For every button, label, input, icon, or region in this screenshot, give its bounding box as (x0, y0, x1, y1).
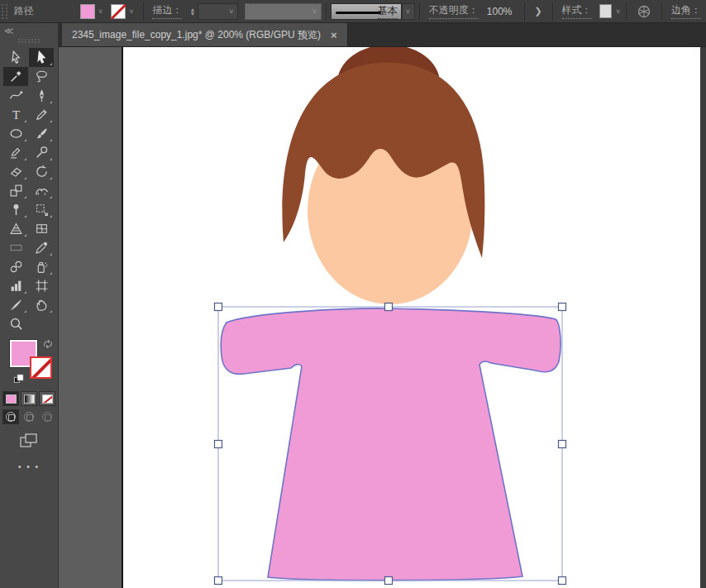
figure-dress-selected[interactable] (221, 308, 561, 581)
style-label[interactable]: 样式： (562, 3, 592, 19)
collapse-panel-button[interactable]: ≪ (0, 23, 58, 36)
magic-wand-tool[interactable] (3, 67, 28, 86)
direct-selection-tool[interactable] (29, 48, 54, 67)
tools-panel: ≪ T (0, 23, 59, 588)
drawing-mode-row (0, 409, 58, 424)
document-tab[interactable]: 2345_image_file_copy_1.jpg* @ 200% (RGB/… (62, 23, 348, 46)
pencil-tool[interactable] (29, 105, 54, 124)
draw-behind-button[interactable] (21, 409, 37, 424)
perspective-grid-tool[interactable] (3, 219, 28, 238)
ellipse-tool[interactable] (3, 124, 28, 143)
chevron-down-icon: ˅ (404, 7, 412, 16)
chevron-down-icon[interactable]: ˅ (97, 7, 104, 16)
panel-grip-icon[interactable] (18, 39, 40, 43)
close-tab-icon[interactable]: × (329, 29, 339, 41)
style-swatch-icon[interactable] (599, 4, 612, 18)
brush-stroke-preview-icon (336, 12, 381, 14)
recolor-artwork-icon[interactable] (637, 4, 651, 19)
handle-bottom-right[interactable] (559, 577, 566, 585)
symbol-sprayer-tool[interactable] (29, 257, 54, 276)
chevron-down-icon[interactable]: ˅ (127, 7, 135, 16)
draw-normal-button[interactable] (2, 409, 19, 424)
change-screen-mode-button[interactable] (19, 433, 39, 449)
paintbrush-tool[interactable] (29, 124, 54, 143)
column-graph-tool[interactable] (3, 276, 28, 295)
default-fill-stroke-icon[interactable] (13, 373, 25, 385)
document-area: 2345_image_file_copy_1.jpg* @ 200% (RGB/… (59, 23, 706, 588)
fill-stroke-block (0, 338, 59, 388)
panel-grip-icon[interactable] (2, 4, 7, 19)
brush-dropdown-arrow[interactable]: ˅ (402, 3, 415, 20)
curvature-tool[interactable] (3, 86, 28, 105)
more-options-arrow[interactable]: ❯ (528, 6, 547, 17)
right-panel-edge (700, 47, 706, 588)
opacity-label[interactable]: 不透明度： (429, 3, 479, 19)
chevron-down-icon: ˅ (311, 7, 318, 16)
handle-top-center[interactable] (385, 304, 393, 311)
stroke-color-dropdown[interactable]: ˅ (111, 4, 135, 19)
options-bar: 路径 ˅ ˅ 描边： ▲▼ ˅ ˅ 基本 ˅ 不透明度： 1 (0, 0, 706, 23)
gradient-button[interactable] (21, 391, 37, 406)
stroke-weight-stepper[interactable]: ▲▼ (189, 7, 195, 16)
smooth-tool[interactable] (3, 143, 28, 162)
lasso-tool[interactable] (29, 67, 54, 86)
selection-tool[interactable] (3, 48, 28, 67)
document-tab-bar: 2345_image_file_copy_1.jpg* @ 200% (RGB/… (59, 23, 706, 47)
artwork-svg (123, 47, 702, 588)
artboard-tool[interactable] (29, 276, 54, 295)
hand-tool[interactable] (29, 295, 54, 314)
swap-fill-stroke-icon[interactable] (42, 338, 54, 350)
artboard-canvas[interactable] (122, 47, 700, 588)
eraser-tool[interactable] (3, 162, 28, 181)
stroke-none-swatch-icon[interactable] (111, 4, 126, 19)
handle-middle-left[interactable] (215, 441, 222, 448)
fill-color-dropdown[interactable]: ˅ (80, 4, 104, 19)
handle-top-left[interactable] (215, 304, 222, 311)
none-button[interactable] (39, 391, 55, 406)
blob-brush-tool[interactable] (29, 143, 54, 162)
stroke-weight-dropdown[interactable]: ˅ (198, 3, 238, 20)
chevron-down-icon: ˅ (227, 7, 235, 16)
brush-definition-dropdown[interactable]: 基本 (331, 3, 402, 20)
gradient-tool[interactable] (3, 238, 28, 257)
stroke-weight-label[interactable]: 描边： (152, 3, 182, 19)
draw-inside-button[interactable] (39, 409, 55, 424)
eyedropper-tool[interactable] (29, 238, 54, 257)
handle-top-right[interactable] (559, 304, 566, 311)
pen-tool[interactable] (29, 86, 54, 105)
handle-middle-right[interactable] (559, 441, 566, 448)
corner-label[interactable]: 边角： (671, 3, 701, 19)
illustrator-window: 路径 ˅ ˅ 描边： ▲▼ ˅ ˅ 基本 ˅ 不透明度： 1 (0, 0, 706, 588)
puppet-warp-tool[interactable] (3, 200, 28, 219)
canvas-viewport[interactable] (59, 47, 706, 588)
color-mode-row (0, 391, 58, 406)
color-button[interactable] (2, 391, 19, 406)
handle-bottom-left[interactable] (215, 577, 222, 585)
stroke-color-proxy[interactable] (30, 356, 52, 379)
fill-color-swatch-icon[interactable] (80, 4, 95, 19)
brush-name: 基本 (378, 4, 398, 19)
width-tool[interactable] (29, 181, 54, 200)
edit-toolbar-button[interactable]: • • • (0, 462, 58, 471)
blend-tool[interactable] (3, 257, 28, 276)
scale-tool[interactable] (3, 181, 28, 200)
slice-tool[interactable] (3, 295, 28, 314)
width-profile-dropdown[interactable]: ˅ (245, 3, 322, 20)
free-transform-tool[interactable] (29, 200, 54, 219)
type-tool[interactable] (3, 105, 28, 124)
zoom-tool[interactable] (3, 314, 28, 333)
mesh-tool[interactable] (29, 219, 54, 238)
rotate-tool[interactable] (29, 162, 54, 181)
chevron-down-icon[interactable]: ˅ (614, 7, 622, 16)
document-tab-title: 2345_image_file_copy_1.jpg* @ 200% (RGB/… (72, 28, 321, 42)
context-label: 路径 (14, 4, 34, 18)
handle-bottom-center[interactable] (385, 577, 393, 585)
opacity-value[interactable]: 100% (487, 6, 517, 17)
tool-grid (0, 48, 58, 333)
